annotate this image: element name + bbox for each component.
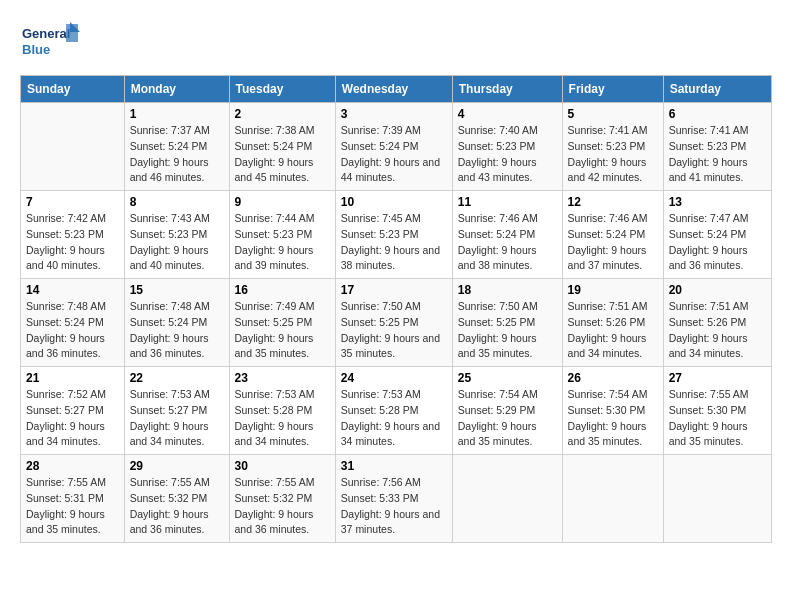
day-number: 2: [235, 107, 330, 121]
day-cell: 12Sunrise: 7:46 AMSunset: 5:24 PMDayligh…: [562, 191, 663, 279]
day-number: 31: [341, 459, 447, 473]
day-cell: 21Sunrise: 7:52 AMSunset: 5:27 PMDayligh…: [21, 367, 125, 455]
svg-text:General: General: [22, 26, 70, 41]
day-detail: Sunrise: 7:53 AMSunset: 5:28 PMDaylight:…: [235, 387, 330, 450]
day-detail: Sunrise: 7:55 AMSunset: 5:32 PMDaylight:…: [235, 475, 330, 538]
day-cell: 29Sunrise: 7:55 AMSunset: 5:32 PMDayligh…: [124, 455, 229, 543]
day-detail: Sunrise: 7:48 AMSunset: 5:24 PMDaylight:…: [26, 299, 119, 362]
day-cell: [663, 455, 771, 543]
day-number: 23: [235, 371, 330, 385]
day-number: 6: [669, 107, 766, 121]
day-number: 20: [669, 283, 766, 297]
day-number: 21: [26, 371, 119, 385]
day-detail: Sunrise: 7:56 AMSunset: 5:33 PMDaylight:…: [341, 475, 447, 538]
day-detail: Sunrise: 7:54 AMSunset: 5:29 PMDaylight:…: [458, 387, 557, 450]
col-header-sunday: Sunday: [21, 76, 125, 103]
day-cell: 20Sunrise: 7:51 AMSunset: 5:26 PMDayligh…: [663, 279, 771, 367]
col-header-thursday: Thursday: [452, 76, 562, 103]
day-number: 17: [341, 283, 447, 297]
day-cell: 27Sunrise: 7:55 AMSunset: 5:30 PMDayligh…: [663, 367, 771, 455]
day-cell: 31Sunrise: 7:56 AMSunset: 5:33 PMDayligh…: [335, 455, 452, 543]
day-number: 4: [458, 107, 557, 121]
day-detail: Sunrise: 7:45 AMSunset: 5:23 PMDaylight:…: [341, 211, 447, 274]
day-detail: Sunrise: 7:50 AMSunset: 5:25 PMDaylight:…: [341, 299, 447, 362]
day-number: 11: [458, 195, 557, 209]
day-cell: 16Sunrise: 7:49 AMSunset: 5:25 PMDayligh…: [229, 279, 335, 367]
day-number: 27: [669, 371, 766, 385]
header-row: SundayMondayTuesdayWednesdayThursdayFrid…: [21, 76, 772, 103]
day-number: 14: [26, 283, 119, 297]
day-detail: Sunrise: 7:51 AMSunset: 5:26 PMDaylight:…: [669, 299, 766, 362]
day-number: 8: [130, 195, 224, 209]
day-cell: 25Sunrise: 7:54 AMSunset: 5:29 PMDayligh…: [452, 367, 562, 455]
week-row-2: 7Sunrise: 7:42 AMSunset: 5:23 PMDaylight…: [21, 191, 772, 279]
day-number: 25: [458, 371, 557, 385]
day-cell: 15Sunrise: 7:48 AMSunset: 5:24 PMDayligh…: [124, 279, 229, 367]
day-number: 30: [235, 459, 330, 473]
day-cell: 17Sunrise: 7:50 AMSunset: 5:25 PMDayligh…: [335, 279, 452, 367]
day-detail: Sunrise: 7:39 AMSunset: 5:24 PMDaylight:…: [341, 123, 447, 186]
day-detail: Sunrise: 7:54 AMSunset: 5:30 PMDaylight:…: [568, 387, 658, 450]
day-number: 26: [568, 371, 658, 385]
col-header-saturday: Saturday: [663, 76, 771, 103]
day-cell: 13Sunrise: 7:47 AMSunset: 5:24 PMDayligh…: [663, 191, 771, 279]
day-cell: 22Sunrise: 7:53 AMSunset: 5:27 PMDayligh…: [124, 367, 229, 455]
day-cell: [21, 103, 125, 191]
day-cell: 18Sunrise: 7:50 AMSunset: 5:25 PMDayligh…: [452, 279, 562, 367]
day-detail: Sunrise: 7:44 AMSunset: 5:23 PMDaylight:…: [235, 211, 330, 274]
day-cell: 7Sunrise: 7:42 AMSunset: 5:23 PMDaylight…: [21, 191, 125, 279]
day-number: 15: [130, 283, 224, 297]
day-detail: Sunrise: 7:49 AMSunset: 5:25 PMDaylight:…: [235, 299, 330, 362]
day-cell: 30Sunrise: 7:55 AMSunset: 5:32 PMDayligh…: [229, 455, 335, 543]
day-cell: 6Sunrise: 7:41 AMSunset: 5:23 PMDaylight…: [663, 103, 771, 191]
day-detail: Sunrise: 7:55 AMSunset: 5:31 PMDaylight:…: [26, 475, 119, 538]
day-detail: Sunrise: 7:46 AMSunset: 5:24 PMDaylight:…: [568, 211, 658, 274]
svg-text:Blue: Blue: [22, 42, 50, 57]
day-cell: 2Sunrise: 7:38 AMSunset: 5:24 PMDaylight…: [229, 103, 335, 191]
day-detail: Sunrise: 7:53 AMSunset: 5:27 PMDaylight:…: [130, 387, 224, 450]
col-header-wednesday: Wednesday: [335, 76, 452, 103]
day-detail: Sunrise: 7:41 AMSunset: 5:23 PMDaylight:…: [669, 123, 766, 186]
day-detail: Sunrise: 7:46 AMSunset: 5:24 PMDaylight:…: [458, 211, 557, 274]
day-number: 3: [341, 107, 447, 121]
col-header-friday: Friday: [562, 76, 663, 103]
day-number: 1: [130, 107, 224, 121]
day-number: 9: [235, 195, 330, 209]
day-cell: 28Sunrise: 7:55 AMSunset: 5:31 PMDayligh…: [21, 455, 125, 543]
day-cell: 3Sunrise: 7:39 AMSunset: 5:24 PMDaylight…: [335, 103, 452, 191]
day-detail: Sunrise: 7:40 AMSunset: 5:23 PMDaylight:…: [458, 123, 557, 186]
day-detail: Sunrise: 7:51 AMSunset: 5:26 PMDaylight:…: [568, 299, 658, 362]
page-header: General Blue: [20, 20, 772, 65]
day-detail: Sunrise: 7:55 AMSunset: 5:30 PMDaylight:…: [669, 387, 766, 450]
day-cell: [452, 455, 562, 543]
day-detail: Sunrise: 7:47 AMSunset: 5:24 PMDaylight:…: [669, 211, 766, 274]
day-cell: 1Sunrise: 7:37 AMSunset: 5:24 PMDaylight…: [124, 103, 229, 191]
day-detail: Sunrise: 7:50 AMSunset: 5:25 PMDaylight:…: [458, 299, 557, 362]
week-row-5: 28Sunrise: 7:55 AMSunset: 5:31 PMDayligh…: [21, 455, 772, 543]
day-number: 10: [341, 195, 447, 209]
day-number: 16: [235, 283, 330, 297]
day-number: 7: [26, 195, 119, 209]
logo-svg: General Blue: [20, 20, 80, 65]
day-number: 13: [669, 195, 766, 209]
day-number: 5: [568, 107, 658, 121]
day-cell: 23Sunrise: 7:53 AMSunset: 5:28 PMDayligh…: [229, 367, 335, 455]
svg-marker-3: [70, 22, 80, 32]
day-detail: Sunrise: 7:43 AMSunset: 5:23 PMDaylight:…: [130, 211, 224, 274]
week-row-1: 1Sunrise: 7:37 AMSunset: 5:24 PMDaylight…: [21, 103, 772, 191]
day-number: 28: [26, 459, 119, 473]
day-number: 19: [568, 283, 658, 297]
day-detail: Sunrise: 7:37 AMSunset: 5:24 PMDaylight:…: [130, 123, 224, 186]
day-detail: Sunrise: 7:42 AMSunset: 5:23 PMDaylight:…: [26, 211, 119, 274]
day-detail: Sunrise: 7:38 AMSunset: 5:24 PMDaylight:…: [235, 123, 330, 186]
day-detail: Sunrise: 7:53 AMSunset: 5:28 PMDaylight:…: [341, 387, 447, 450]
day-detail: Sunrise: 7:48 AMSunset: 5:24 PMDaylight:…: [130, 299, 224, 362]
day-detail: Sunrise: 7:41 AMSunset: 5:23 PMDaylight:…: [568, 123, 658, 186]
day-detail: Sunrise: 7:55 AMSunset: 5:32 PMDaylight:…: [130, 475, 224, 538]
week-row-4: 21Sunrise: 7:52 AMSunset: 5:27 PMDayligh…: [21, 367, 772, 455]
day-cell: 5Sunrise: 7:41 AMSunset: 5:23 PMDaylight…: [562, 103, 663, 191]
day-number: 18: [458, 283, 557, 297]
col-header-monday: Monday: [124, 76, 229, 103]
day-cell: 8Sunrise: 7:43 AMSunset: 5:23 PMDaylight…: [124, 191, 229, 279]
day-cell: 14Sunrise: 7:48 AMSunset: 5:24 PMDayligh…: [21, 279, 125, 367]
